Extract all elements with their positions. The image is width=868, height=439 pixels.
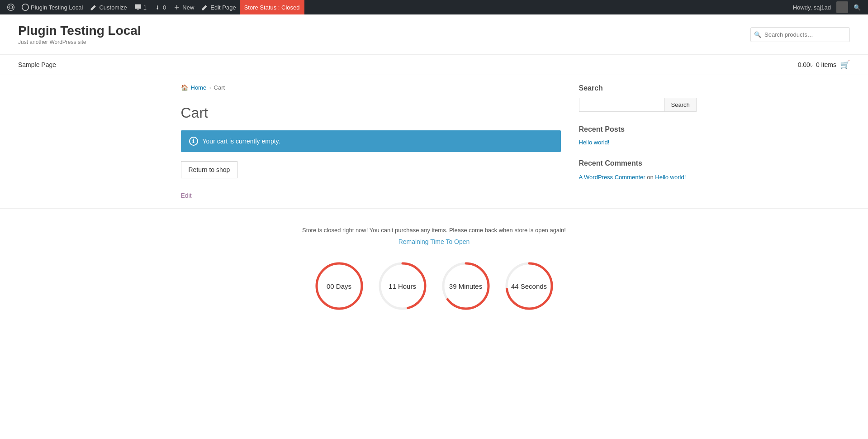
content-wrapper: 🏠 Home › Cart Cart ℹ Your cart is curren… — [163, 75, 706, 208]
admin-bar-search-icon[interactable]: 🔍 — [850, 4, 864, 11]
cart-price: 0.00৳ — [798, 61, 812, 69]
admin-bar-avatar — [836, 1, 848, 13]
countdown-minutes-circle: 39 Minutes — [439, 259, 493, 313]
countdown-minutes: 39 Minutes — [439, 259, 493, 313]
admin-bar-howdy: Howdy, saj1ad — [789, 4, 835, 11]
countdown-days-label: 00 Days — [327, 282, 351, 290]
admin-bar-spam[interactable]: 0 — [150, 0, 170, 14]
recent-post-item[interactable]: Hello world! — [579, 139, 688, 146]
admin-bar-site-name[interactable]: Plugin Testing Local — [18, 0, 86, 14]
sidebar-search-input[interactable] — [579, 98, 664, 112]
comment-on-text: on — [647, 174, 655, 181]
breadcrumb: 🏠 Home › Cart — [181, 84, 561, 91]
admin-bar-new[interactable]: New — [170, 0, 198, 14]
svg-point-0 — [22, 4, 28, 10]
recent-posts-widget: Recent Posts Hello world! — [579, 125, 688, 146]
return-to-shop-button[interactable]: Return to shop — [181, 161, 238, 178]
header-search-icon: 🔍 — [754, 31, 761, 38]
breadcrumb-current: Cart — [214, 84, 225, 91]
sidebar: Search Search Recent Posts Hello world! … — [579, 75, 688, 208]
breadcrumb-separator: › — [209, 84, 211, 91]
svg-point-1 — [157, 8, 158, 10]
sidebar-search-title: Search — [579, 84, 688, 92]
site-tagline: Just another WordPress site — [18, 39, 141, 45]
svg-rect-2 — [157, 5, 158, 8]
countdown-hours: 11 Hours — [375, 259, 430, 313]
sidebar-search-button[interactable]: Search — [664, 98, 697, 112]
recent-posts-title: Recent Posts — [579, 125, 688, 134]
remaining-time-title: Remaining Time To Open — [9, 238, 859, 245]
countdown-hours-label: 11 Hours — [389, 282, 416, 290]
sidebar-search-row: Search — [579, 98, 688, 112]
admin-bar-comments[interactable]: 1 — [131, 0, 150, 14]
wp-logo[interactable] — [4, 0, 18, 14]
admin-bar: Plugin Testing Local Customize 1 0 New E… — [0, 0, 868, 14]
countdown-minutes-label: 39 Minutes — [449, 282, 482, 290]
cart-heading: Cart — [181, 105, 561, 121]
header-search-container: 🔍 — [750, 27, 850, 42]
breadcrumb-home-link[interactable]: Home — [191, 84, 207, 91]
store-closed-section: Store is closed right now! You can't pur… — [0, 208, 868, 340]
recent-comments-title: Recent Comments — [579, 159, 688, 167]
admin-bar-store-status[interactable]: Store Status : Closed — [240, 0, 304, 14]
site-title: Plugin Testing Local — [18, 24, 141, 38]
header-search-input[interactable] — [750, 27, 850, 42]
nav-sample-page[interactable]: Sample Page — [18, 55, 62, 75]
breadcrumb-home-icon: 🏠 — [181, 84, 188, 91]
site-branding: Plugin Testing Local Just another WordPr… — [18, 24, 141, 45]
edit-link[interactable]: Edit — [181, 192, 192, 199]
countdown-row: 00 Days 11 Hours — [9, 259, 859, 313]
admin-bar-customize[interactable]: Customize — [86, 0, 130, 14]
comment-author-link[interactable]: A WordPress Commenter — [579, 174, 645, 181]
countdown-seconds: 44 Seconds — [502, 259, 556, 313]
countdown-seconds-label: 44 Seconds — [511, 282, 547, 290]
cart-notice-icon: ℹ — [189, 137, 198, 146]
sidebar-search-widget: Search Search — [579, 84, 688, 112]
countdown-hours-circle: 11 Hours — [375, 259, 430, 313]
site-nav: Sample Page 0.00৳ 0 items 🛒 — [0, 55, 868, 75]
cart-notice-text: Your cart is currently empty. — [203, 138, 280, 145]
cart-indicator: 0.00৳ 0 items 🛒 — [798, 60, 850, 70]
comment-post-link[interactable]: Hello world! — [655, 174, 686, 181]
cart-notice: ℹ Your cart is currently empty. — [181, 130, 561, 152]
admin-bar-right: Howdy, saj1ad 🔍 — [789, 1, 864, 13]
admin-bar-edit-page[interactable]: Edit Page — [198, 0, 239, 14]
cart-icon[interactable]: 🛒 — [840, 60, 850, 70]
site-header: Plugin Testing Local Just another WordPr… — [0, 14, 868, 55]
main-wrapper: Plugin Testing Local Just another WordPr… — [0, 14, 868, 439]
countdown-days-circle: 00 Days — [312, 259, 366, 313]
main-content: 🏠 Home › Cart Cart ℹ Your cart is curren… — [181, 75, 579, 208]
recent-comment-item: A WordPress Commenter on Hello world! — [579, 173, 688, 182]
countdown-seconds-circle: 44 Seconds — [502, 259, 556, 313]
store-closed-message: Store is closed right now! You can't pur… — [9, 227, 859, 234]
cart-items-count: 0 items — [816, 61, 836, 68]
recent-comments-widget: Recent Comments A WordPress Commenter on… — [579, 159, 688, 182]
countdown-days: 00 Days — [312, 259, 366, 313]
nav-links: Sample Page — [18, 55, 67, 75]
